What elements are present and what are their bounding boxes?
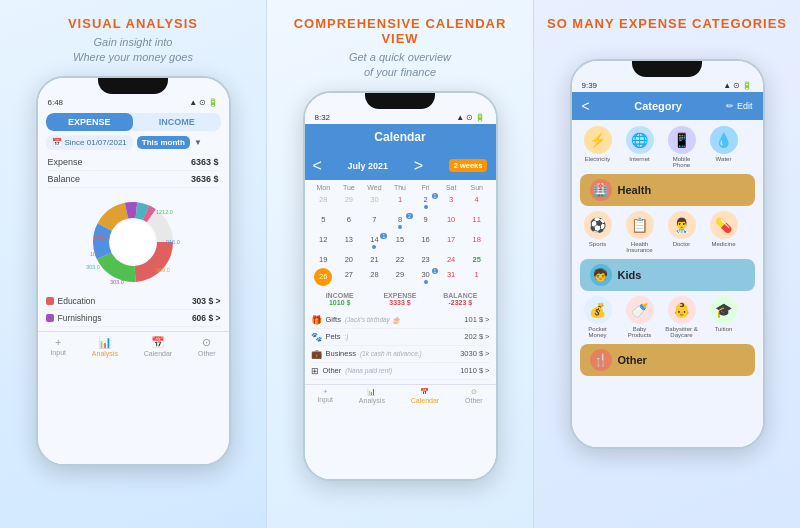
kids-header: 🧒 Kids — [580, 259, 755, 291]
phone-1: 6:48 ▲ ⊙ 🔋 EXPENSE INCOME 📅 Since 01/07/… — [36, 76, 231, 466]
day-fri: Fri — [413, 184, 439, 191]
other-icon-1: ⊙ — [202, 336, 211, 349]
health-icons-row: ⚽ Sports 📋 HealthInsurance 👨‍⚕️ Doctor 💊… — [580, 211, 755, 253]
tab-income[interactable]: INCOME — [133, 113, 221, 131]
svg-text:181.5: 181.5 — [90, 251, 104, 257]
legend-section: Education 303 $ > Furnishings 606 $ > — [46, 293, 221, 327]
cat-water[interactable]: 💧 Water — [706, 126, 742, 168]
cal-next[interactable]: > — [414, 157, 423, 175]
cal-cell[interactable]: 1 — [387, 193, 413, 211]
kids-icons-row: 💰 PocketMoney 🍼 BabyProducts 👶 Babysitte… — [580, 296, 755, 338]
cal-cell[interactable]: 301 — [413, 268, 439, 286]
edit-button[interactable]: ✏ Edit — [726, 101, 752, 111]
cal-cell[interactable]: 11 — [464, 213, 490, 231]
legend-furnishings[interactable]: Furnishings 606 $ > — [46, 310, 221, 327]
cal-cell[interactable]: 21 — [362, 253, 388, 266]
day-mon: Mon — [311, 184, 337, 191]
item-business[interactable]: 💼 Business (1k cash in advance.) 3030 $ … — [311, 346, 490, 363]
cal-cell[interactable]: 10 — [438, 213, 464, 231]
cal-cell[interactable]: 12 — [311, 233, 337, 251]
cal-cell[interactable]: 16 — [413, 233, 439, 251]
nav-input-1[interactable]: + Input — [50, 336, 66, 357]
cal-cell[interactable]: 24 — [438, 253, 464, 266]
tab-expense[interactable]: EXPENSE — [46, 113, 134, 131]
kids-label: Kids — [618, 269, 642, 281]
cat-babysitter[interactable]: 👶 Babysitter &Daycare — [664, 296, 700, 338]
cal-cell[interactable]: 23 — [413, 253, 439, 266]
cal-cell[interactable]: 82 — [387, 213, 413, 231]
cat-mobile[interactable]: 📱 MobilePhone — [664, 126, 700, 168]
cat-health-insurance[interactable]: 📋 HealthInsurance — [622, 211, 658, 253]
item-pets[interactable]: 🐾 Pets :) 202 $ > — [311, 329, 490, 346]
cal-cell[interactable]: 27 — [336, 268, 362, 286]
cal-cell[interactable]: 18 — [464, 233, 490, 251]
chart-icon-1: 📊 — [98, 336, 112, 349]
cal-cell[interactable]: 28 — [311, 193, 337, 211]
cal-cell[interactable]: 5 — [311, 213, 337, 231]
cat-internet[interactable]: 🌐 Internet — [622, 126, 658, 168]
health-section: 🏥 Health ⚽ Sports 📋 HealthInsurance 👨‍⚕️… — [580, 174, 755, 253]
nav-calendar-2[interactable]: 📅 Calendar — [411, 388, 439, 404]
cal-prev[interactable]: < — [313, 157, 322, 175]
nav-other-2[interactable]: ⊙ Other — [465, 388, 483, 404]
stat-expense: Expense 6363 $ — [48, 154, 219, 171]
chevron-down-icon: ▼ — [194, 138, 202, 147]
cal-cell[interactable]: 19 — [311, 253, 337, 266]
cal-cell[interactable]: 17 — [438, 233, 464, 251]
cell-badge: 1 — [432, 268, 439, 274]
svg-text:916.0: 916.0 — [166, 239, 180, 245]
month-badge[interactable]: This month — [137, 136, 190, 149]
calendar-grid: Mon Tue Wed Thu Fri Sat Sun 28 29 30 1 2… — [305, 180, 496, 286]
medicine-icon: 💊 — [710, 211, 738, 239]
nav-input-2[interactable]: + Input — [317, 388, 333, 404]
day-wed: Wed — [362, 184, 388, 191]
item-gifts[interactable]: 🎁 Gifts (Jack's birthday 🎂 101 $ > — [311, 312, 490, 329]
cat-doctor[interactable]: 👨‍⚕️ Doctor — [664, 211, 700, 253]
cal-cell[interactable]: 30 — [362, 193, 388, 211]
cal-cell[interactable]: 6 — [336, 213, 362, 231]
cat-sports[interactable]: ⚽ Sports — [580, 211, 616, 253]
cal-cell[interactable]: 3 — [438, 193, 464, 211]
cat-pocket-money[interactable]: 💰 PocketMoney — [580, 296, 616, 338]
cal-cell[interactable]: 20 — [336, 253, 362, 266]
legend-education[interactable]: Education 303 $ > — [46, 293, 221, 310]
cal-cell[interactable]: 15 — [387, 233, 413, 251]
health-insurance-icon: 📋 — [626, 211, 654, 239]
cat-tuition[interactable]: 🎓 Tuition — [706, 296, 742, 338]
cal-cell[interactable]: 4 — [464, 193, 490, 211]
cat-medicine[interactable]: 💊 Medicine — [706, 211, 742, 253]
week-1: 28 29 30 1 21 3 4 — [311, 193, 490, 211]
cal-cell[interactable]: 13 — [336, 233, 362, 251]
phone-screen-3: 9:39 ▲ ⊙ 🔋 < Category ✏ Edit ⚡ Electrici… — [572, 61, 763, 447]
item-other[interactable]: ⊞ Other (Nana paid rent) 1010 $ > — [311, 363, 490, 380]
cal-cell[interactable]: 28 — [362, 268, 388, 286]
nav-calendar-1[interactable]: 📅 Calendar — [144, 336, 172, 357]
status-icons-2: ▲ ⊙ 🔋 — [456, 113, 485, 122]
cal-cell[interactable]: 9 — [413, 213, 439, 231]
plus-icon-2: + — [323, 388, 327, 395]
pets-icon: 🐾 — [311, 332, 322, 342]
day-thu: Thu — [387, 184, 413, 191]
cal-cell-today[interactable]: 26 — [314, 268, 332, 286]
babysitter-icon: 👶 — [668, 296, 696, 324]
cal-cell[interactable]: 21 — [413, 193, 439, 211]
cal-cell[interactable]: 7 — [362, 213, 388, 231]
cal-cell[interactable]: 29 — [387, 268, 413, 286]
cat-baby-products[interactable]: 🍼 BabyProducts — [622, 296, 658, 338]
date-filter[interactable]: 📅 Since 01/07/2021 — [46, 135, 133, 150]
stat-balance: Balance 3636 $ — [48, 171, 219, 188]
weeks-badge[interactable]: 2 weeks — [449, 159, 488, 172]
nav-analysis-1[interactable]: 📊 Analysis — [92, 336, 118, 357]
cat-electricity[interactable]: ⚡ Electricity — [580, 126, 616, 168]
cal-cell[interactable]: 22 — [387, 253, 413, 266]
cal-cell[interactable]: 31 — [438, 268, 464, 286]
svg-text:909.0: 909.0 — [156, 267, 170, 273]
calendar-header: Calendar — [305, 124, 496, 152]
cal-cell[interactable]: 25 — [464, 253, 490, 266]
cal-cell[interactable]: 1 — [464, 268, 490, 286]
cal-cell[interactable]: 29 — [336, 193, 362, 211]
nav-analysis-2[interactable]: 📊 Analysis — [359, 388, 385, 404]
back-button[interactable]: < — [582, 98, 590, 114]
cal-cell[interactable]: 141 — [362, 233, 388, 251]
nav-other-1[interactable]: ⊙ Other — [198, 336, 216, 357]
